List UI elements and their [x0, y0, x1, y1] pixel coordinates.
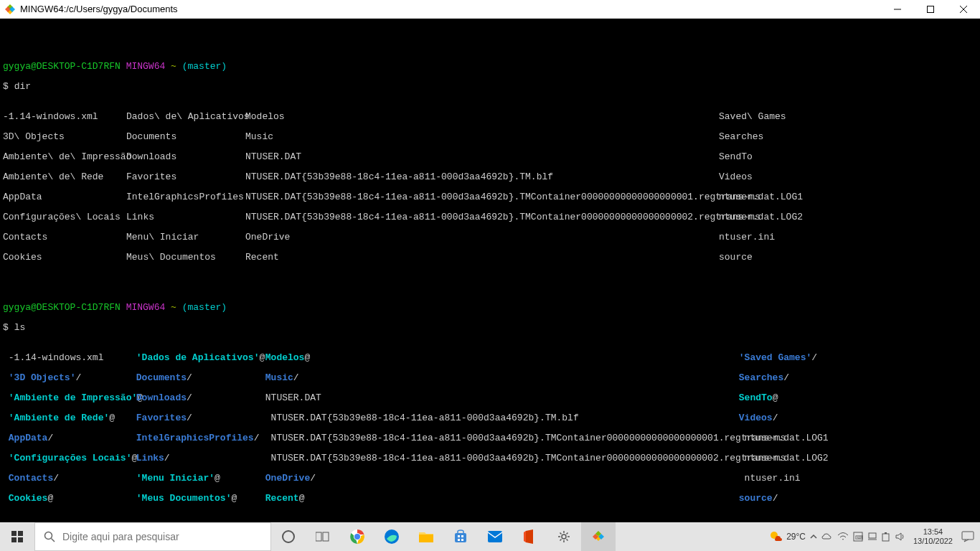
- file: ntuser.dat.LOG1: [719, 192, 803, 202]
- window-titlebar: MINGW64:/c/Users/gygya/Documents: [0, 0, 980, 19]
- search-input[interactable]: [62, 531, 262, 542]
- chrome-icon[interactable]: [340, 522, 374, 551]
- file: -1.14-windows.xml: [9, 352, 104, 363]
- directory: Contacts: [9, 473, 53, 484]
- volume-icon[interactable]: [895, 532, 905, 542]
- prompt-path: ~: [171, 61, 176, 72]
- settings-icon[interactable]: [547, 522, 581, 551]
- svg-rect-34: [885, 532, 887, 534]
- file: Configurações\ Locais: [3, 212, 126, 222]
- file: Meus\ Documentos: [126, 253, 245, 263]
- directory: Documents: [136, 372, 187, 383]
- symlink: Recent: [265, 493, 299, 504]
- prompt-shell: MINGW64: [126, 302, 166, 313]
- edge-icon[interactable]: [374, 522, 409, 551]
- clock[interactable]: 13:54 13/10/2022: [909, 527, 957, 546]
- svg-point-24: [562, 534, 566, 539]
- file: NTUSER.DAT{53b39e88-18c4-11ea-a811-000d3…: [245, 192, 719, 202]
- task-view-icon[interactable]: [306, 522, 340, 551]
- file: Contacts: [3, 232, 126, 242]
- clock-time: 13:54: [913, 527, 953, 537]
- terminal-output[interactable]: gygya@DESKTOP-C1D7RFN MINGW64 ~ (master)…: [0, 19, 980, 551]
- symlink: 'Configurações Locais': [9, 453, 132, 463]
- file: Ambiente\ de\ Rede: [3, 172, 126, 182]
- window-controls: [881, 0, 980, 19]
- system-tray: 29°C ⌨ 13:54 13/10/2022: [769, 522, 980, 551]
- tray-chevron-icon[interactable]: [810, 533, 817, 540]
- weather-text: 29°C: [786, 532, 806, 542]
- symlink: 'Ambiente de Impressão': [9, 392, 137, 403]
- svg-rect-12: [323, 532, 329, 541]
- file: IntelGraphicsProfiles: [126, 192, 245, 202]
- file: OneDrive: [245, 232, 719, 242]
- prompt-path: ~: [171, 302, 176, 313]
- file: Links: [126, 212, 245, 222]
- git-bash-icon[interactable]: [581, 522, 616, 551]
- prompt-user: gygya@DESKTOP-C1D7RFN: [3, 302, 121, 313]
- file: -1.14-windows.xml: [3, 112, 126, 122]
- svg-rect-5: [11, 531, 17, 536]
- file: Documents: [126, 132, 245, 142]
- maximize-button[interactable]: [914, 0, 947, 19]
- file: ntuser.ini: [719, 232, 775, 242]
- svg-rect-20: [461, 535, 463, 537]
- svg-rect-33: [882, 534, 889, 541]
- svg-rect-35: [962, 532, 974, 540]
- wifi-icon[interactable]: [837, 532, 849, 542]
- file: source: [719, 252, 753, 263]
- clock-date: 13/10/2022: [913, 537, 953, 546]
- svg-rect-19: [458, 535, 460, 537]
- file: NTUSER.DAT{53b39e88-18c4-11ea-a811-000d3…: [265, 433, 786, 443]
- file: Cookies: [3, 253, 126, 263]
- svg-text:⌨: ⌨: [855, 534, 863, 541]
- symlink: SendTo: [739, 392, 773, 403]
- language-icon[interactable]: ⌨: [853, 532, 863, 542]
- battery-icon[interactable]: [882, 532, 890, 542]
- directory: 'Saved Games': [739, 352, 811, 363]
- file: ntuser.dat.LOG1: [739, 433, 829, 443]
- directory: Music: [265, 372, 293, 383]
- svg-point-10: [283, 531, 294, 542]
- directory: source: [739, 493, 773, 504]
- svg-rect-11: [316, 532, 321, 541]
- file: NTUSER.DAT: [245, 152, 719, 162]
- close-button[interactable]: [947, 0, 980, 19]
- symlink: 'Menu Iniciar': [136, 473, 215, 484]
- file: ntuser.dat.LOG2: [739, 453, 829, 463]
- directory: Searches: [739, 372, 783, 383]
- onedrive-icon[interactable]: [821, 532, 833, 542]
- directory: Favorites: [136, 413, 187, 423]
- file: Favorites: [126, 172, 245, 182]
- symlink: Cookies: [9, 493, 48, 504]
- prompt-branch: (master): [182, 302, 227, 313]
- directory: Links: [136, 453, 164, 463]
- directory: Videos: [739, 413, 773, 423]
- file: Recent: [245, 253, 719, 263]
- svg-rect-23: [488, 531, 502, 542]
- window-title: MINGW64:/c/Users/gygya/Documents: [0, 4, 881, 15]
- directory: IntelGraphicsProfiles: [136, 433, 254, 443]
- file: AppData: [3, 192, 126, 202]
- symlink: Modelos: [265, 352, 305, 363]
- start-button[interactable]: [0, 522, 34, 551]
- file: Music: [245, 132, 719, 142]
- dollar: $: [3, 81, 9, 92]
- laptop-icon[interactable]: [867, 532, 877, 542]
- file: Dados\ de\ Aplicativos: [126, 112, 245, 122]
- file: Ambiente\ de\ Impressão: [3, 152, 126, 162]
- svg-point-9: [45, 532, 52, 540]
- microsoft-store-icon[interactable]: [443, 522, 478, 551]
- symlink: 'Ambiente de Rede': [9, 413, 109, 423]
- file-explorer-icon[interactable]: [409, 522, 443, 551]
- search-box[interactable]: [34, 522, 271, 551]
- svg-rect-32: [869, 533, 876, 538]
- cortana-icon[interactable]: [271, 522, 306, 551]
- notifications-icon[interactable]: [961, 531, 974, 542]
- weather-widget[interactable]: 29°C: [769, 529, 806, 544]
- office-icon[interactable]: [512, 522, 547, 551]
- symlink: 'Dados de Aplicativos': [136, 352, 260, 363]
- file: Modelos: [245, 112, 719, 122]
- mail-icon[interactable]: [478, 522, 512, 551]
- minimize-button[interactable]: [881, 0, 914, 19]
- search-icon: [44, 531, 55, 542]
